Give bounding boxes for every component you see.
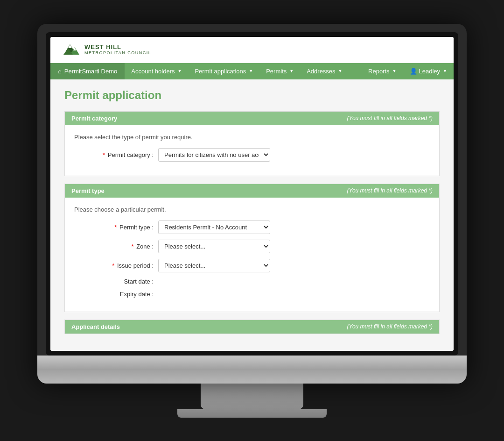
nav-account-holders-label: Account holders (131, 68, 175, 75)
nav-account-holders-caret-icon: ▼ (178, 69, 182, 73)
nav-item-account-holders[interactable]: Account holders ▼ (125, 63, 188, 79)
required-star: * (103, 151, 105, 158)
required-star: * (131, 243, 133, 250)
monitor-base (177, 409, 327, 418)
applicant-header: Applicant details (You must fill in all … (65, 320, 439, 334)
zone-row: * Zone : Please select... Zone A Zone B … (74, 240, 430, 253)
nav-addresses-label: Addresses (307, 68, 335, 75)
permit-type-header: Permit type (You must fill in all fields… (65, 184, 439, 198)
applicant-note: (You must fill in all fields marked *) (347, 323, 433, 330)
permit-type-desc: Please choose a particular permit. (74, 206, 430, 213)
zone-label: * Zone : (74, 243, 158, 250)
nav-item-permits[interactable]: Permits ▼ (259, 63, 300, 79)
main-content: Permit application Permit category (You … (50, 79, 454, 351)
permit-type-title: Permit type (71, 187, 105, 194)
logo-text: WEST HILL METROPOLITAN COUNCIL (84, 43, 151, 56)
permit-category-section: Permit category (You must fill in all fi… (64, 111, 440, 176)
issue-period-select[interactable]: Please select... 1 Month 3 Months 6 Mont… (158, 259, 270, 272)
app-header: WEST HILL METROPOLITAN COUNCIL (50, 37, 454, 63)
issue-period-row: * Issue period : Please select... 1 Mont… (74, 259, 430, 272)
nav-reports-label: Reports (368, 68, 390, 75)
logo: WEST HILL METROPOLITAN COUNCIL (60, 42, 151, 58)
permit-category-note: (You must fill in all fields marked *) (347, 115, 433, 121)
permit-type-row: * Permit type : Residents Permit - No Ac… (74, 220, 430, 234)
nav-item-permit-applications[interactable]: Permit applications ▼ (188, 63, 259, 79)
nav-permit-applications-label: Permit applications (195, 68, 246, 75)
expiry-date-label: Expiry date : (74, 291, 158, 298)
issue-period-label: * Issue period : (74, 262, 158, 269)
logo-icon (60, 42, 81, 58)
nav-permits-label: Permits (266, 68, 287, 75)
logo-line1: WEST HILL (84, 43, 151, 51)
permit-category-row: * Permit category : Permits for citizens… (74, 148, 430, 162)
nav-reports-caret-icon: ▼ (392, 69, 397, 73)
user-icon: 👤 (410, 68, 417, 75)
logo-line2: METROPOLITAN COUNCIL (84, 50, 151, 56)
applicant-title: Applicant details (71, 323, 120, 330)
nav-item-reports[interactable]: Reports ▼ (362, 63, 403, 79)
monitor-stand (201, 384, 303, 409)
permit-type-label: * Permit type : (74, 224, 158, 231)
required-star: * (112, 262, 114, 269)
permit-category-header: Permit category (You must fill in all fi… (65, 112, 439, 125)
permit-type-body: Please choose a particular permit. * Per… (65, 198, 439, 312)
monitor: WEST HILL METROPOLITAN COUNCIL ⌂ PermitS… (37, 24, 467, 418)
nav-bar: ⌂ PermitSmarti Demo Account holders ▼ Pe… (50, 63, 454, 79)
svg-marker-3 (68, 44, 72, 48)
nav-item-user[interactable]: 👤 Leadley ▼ (403, 63, 454, 79)
permit-type-section: Permit type (You must fill in all fields… (64, 184, 440, 312)
start-date-label: Start date : (74, 278, 158, 285)
nav-permit-apps-caret-icon: ▼ (249, 69, 253, 73)
start-date-row: Start date : (74, 278, 430, 285)
permit-category-select[interactable]: Permits for citizens with no user accoun… (158, 148, 270, 162)
monitor-bottom (37, 356, 467, 384)
permit-category-title: Permit category (71, 115, 117, 122)
page-title: Permit application (64, 89, 440, 102)
nav-home[interactable]: ⌂ PermitSmarti Demo (50, 63, 125, 79)
nav-permits-caret-icon: ▼ (289, 69, 294, 73)
nav-user-label: Leadley (419, 68, 441, 75)
home-icon: ⌂ (58, 68, 62, 75)
nav-user-caret-icon: ▼ (443, 69, 447, 73)
nav-home-label: PermitSmarti Demo (64, 68, 117, 75)
nav-addresses-caret-icon: ▼ (338, 69, 343, 73)
permit-type-note: (You must fill in all fields marked *) (347, 187, 433, 194)
permit-category-desc: Please select the type of permit you req… (74, 134, 430, 141)
zone-select[interactable]: Please select... Zone A Zone B Zone C (158, 240, 270, 253)
permit-category-body: Please select the type of permit you req… (65, 125, 439, 176)
applicant-section: Applicant details (You must fill in all … (64, 320, 440, 334)
permit-type-select[interactable]: Residents Permit - No Account Commercial… (158, 220, 270, 234)
nav-item-addresses[interactable]: Addresses ▼ (300, 63, 349, 79)
required-star: * (114, 224, 117, 231)
expiry-date-row: Expiry date : (74, 291, 430, 298)
permit-category-label: * Permit category : (74, 151, 158, 158)
